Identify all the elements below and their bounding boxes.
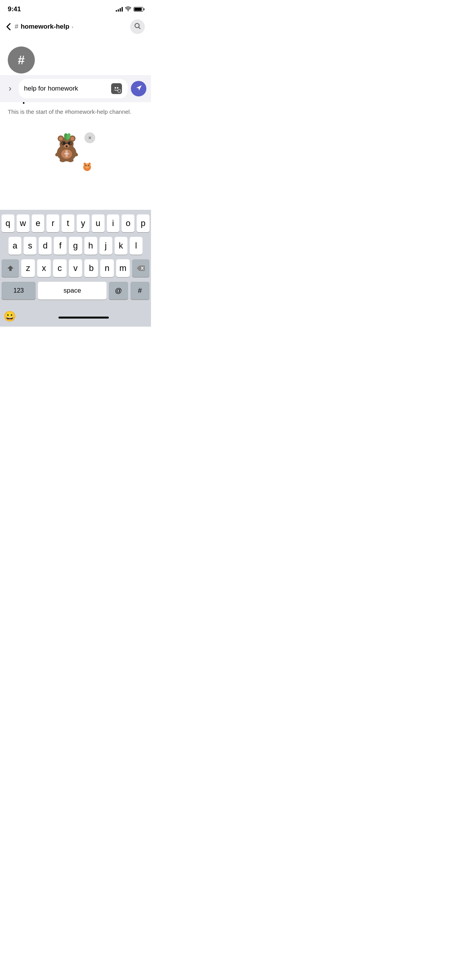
key-hash[interactable]: #: [130, 282, 149, 300]
svg-point-10: [66, 146, 68, 147]
sticker-overlay: ×: [52, 132, 95, 174]
expand-button[interactable]: ›: [5, 83, 15, 94]
svg-point-33: [118, 89, 121, 93]
key-g[interactable]: g: [69, 237, 82, 255]
key-v[interactable]: v: [69, 259, 82, 277]
status-bar: 9:41: [0, 0, 151, 15]
key-z[interactable]: z: [21, 259, 35, 277]
back-button[interactable]: [6, 23, 11, 31]
welcome-subtitle: This is the start of the #homework-help …: [8, 108, 143, 116]
sticker-picker-icon: [111, 83, 122, 94]
key-p[interactable]: p: [137, 214, 149, 232]
channel-name: homework-help: [21, 23, 69, 31]
home-indicator: [58, 317, 109, 319]
keyboard-row-2: a s d f g h j k l: [2, 237, 149, 255]
key-x[interactable]: x: [37, 259, 51, 277]
key-r[interactable]: r: [46, 214, 59, 232]
key-i[interactable]: i: [107, 214, 120, 232]
key-at[interactable]: @: [109, 282, 128, 300]
status-icons: [116, 7, 143, 12]
keyboard: q w e r t y u i o p a s d f g h j k l z …: [0, 210, 151, 327]
key-w[interactable]: w: [17, 214, 29, 232]
send-button[interactable]: [131, 81, 146, 96]
svg-point-32: [117, 87, 118, 89]
key-c[interactable]: c: [53, 259, 67, 277]
key-m[interactable]: m: [116, 259, 130, 277]
search-button[interactable]: [130, 19, 145, 34]
key-q[interactable]: q: [2, 214, 14, 232]
key-numbers[interactable]: 123: [2, 282, 36, 300]
channel-title-row[interactable]: # homework-help ›: [15, 23, 73, 31]
battery-icon: [134, 7, 143, 12]
message-input[interactable]: help for homework: [24, 85, 108, 93]
svg-point-27: [86, 166, 88, 168]
sticker-close-button[interactable]: ×: [84, 132, 95, 143]
keyboard-row-3: z x c v b n m: [2, 259, 149, 277]
key-d[interactable]: d: [39, 237, 51, 255]
key-s[interactable]: s: [24, 237, 36, 255]
message-input-wrapper[interactable]: help for homework: [19, 79, 128, 98]
key-shift[interactable]: [2, 259, 19, 277]
key-j[interactable]: j: [100, 237, 112, 255]
svg-point-4: [59, 137, 63, 140]
key-l[interactable]: l: [130, 237, 142, 255]
svg-point-7: [63, 142, 65, 144]
svg-point-6: [70, 137, 74, 140]
key-u[interactable]: u: [92, 214, 105, 232]
emoji-button[interactable]: 😀: [2, 308, 18, 324]
channel-hash-icon: #: [18, 54, 25, 66]
small-sticker: [81, 160, 94, 174]
chevron-right-icon: ›: [72, 24, 73, 30]
key-e[interactable]: e: [32, 214, 45, 232]
svg-point-31: [115, 87, 116, 89]
expand-icon: ›: [9, 84, 11, 94]
emoji-icon: 😀: [3, 310, 16, 322]
key-t[interactable]: t: [62, 214, 74, 232]
key-h[interactable]: h: [84, 237, 97, 255]
key-y[interactable]: y: [77, 214, 89, 232]
key-b[interactable]: b: [84, 259, 98, 277]
channel-icon: #: [8, 46, 35, 74]
signal-icon: [116, 7, 123, 12]
message-input-area: › help for homework: [0, 75, 151, 102]
status-time: 9:41: [8, 5, 21, 13]
search-icon: [134, 22, 141, 31]
sticker-picker-button[interactable]: [111, 83, 122, 94]
send-icon: [136, 84, 142, 93]
key-k[interactable]: k: [115, 237, 127, 255]
key-f[interactable]: f: [54, 237, 67, 255]
key-n[interactable]: n: [100, 259, 114, 277]
svg-rect-22: [64, 153, 69, 154]
key-space[interactable]: space: [38, 282, 106, 300]
channel-header: # homework-help ›: [0, 15, 151, 39]
key-backspace[interactable]: [132, 259, 149, 277]
svg-point-20: [67, 158, 74, 162]
key-a[interactable]: a: [9, 237, 21, 255]
hash-icon-header: #: [15, 23, 18, 31]
key-o[interactable]: o: [122, 214, 134, 232]
svg-point-19: [60, 158, 66, 162]
keyboard-bottom-bar: 😀: [2, 304, 149, 327]
keyboard-row-1: q w e r t y u i o p: [2, 214, 149, 232]
wifi-icon: [125, 7, 131, 12]
keyboard-row-4: 123 space @ #: [2, 282, 149, 300]
bear-sticker[interactable]: [52, 132, 81, 161]
